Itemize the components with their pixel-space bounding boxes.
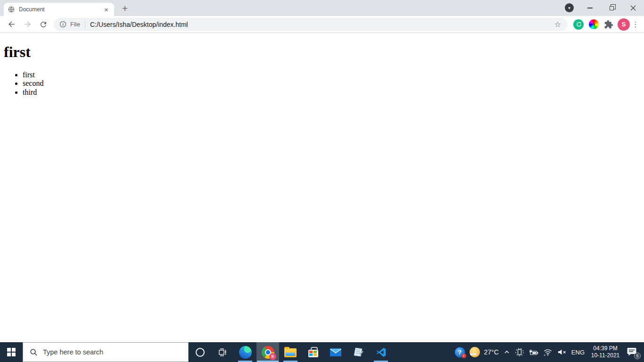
sync-extension-button[interactable]	[572, 18, 585, 31]
help-alert-badge: !	[462, 354, 466, 358]
weather-tray-item[interactable]	[470, 347, 480, 357]
search-input[interactable]	[43, 348, 161, 356]
window-controls	[579, 0, 644, 16]
new-tab-button[interactable]: +	[119, 2, 131, 15]
list-item: second	[23, 79, 640, 88]
puzzle-icon	[604, 20, 613, 29]
forward-button[interactable]	[20, 17, 35, 32]
notepad-icon	[353, 347, 363, 357]
taskbar-app-edge[interactable]	[234, 342, 256, 362]
page-content: first first second third	[0, 33, 644, 342]
wifi-tray-icon[interactable]	[543, 348, 553, 356]
taskbar-app-cortana[interactable]	[189, 342, 211, 362]
start-button[interactable]	[0, 342, 23, 362]
address-bar[interactable]: File C:/Users/Isha/Desktop/index.html ☆	[54, 18, 568, 31]
reload-button[interactable]	[36, 17, 51, 32]
tab-strip: Document × + ▾	[0, 0, 644, 16]
volume-muted-tray-icon[interactable]	[557, 348, 567, 356]
chevron-up-icon	[503, 348, 511, 356]
microsoft-store-icon	[308, 350, 318, 357]
mail-icon	[330, 347, 342, 357]
google-chrome-icon: S	[262, 346, 274, 359]
chevron-down-icon: ▾	[568, 6, 570, 10]
url-scheme-label: File	[70, 21, 80, 28]
taskbar-app-microsoft-store[interactable]	[302, 342, 324, 362]
microsoft-edge-icon	[239, 346, 252, 359]
window-minimize-button[interactable]	[579, 0, 601, 16]
taskbar-app-task-view[interactable]	[211, 342, 234, 362]
extensions-button[interactable]	[603, 18, 615, 31]
notification-count-badge: 5	[634, 353, 641, 359]
page-heading: first	[4, 43, 640, 61]
window-restore-button[interactable]	[601, 0, 622, 16]
time-label: 04:39 PM	[589, 345, 622, 352]
reload-icon	[39, 20, 48, 29]
cortana-icon	[196, 348, 205, 357]
bookmark-star-icon[interactable]: ☆	[553, 21, 562, 28]
tablet-sync-tray-icon[interactable]	[515, 347, 524, 357]
omnibox-divider	[85, 21, 85, 28]
browser-toolbar: File C:/Users/Isha/Desktop/index.html ☆ …	[0, 16, 644, 33]
tab-document[interactable]: Document ×	[4, 3, 114, 16]
taskbar-app-mail[interactable]	[324, 342, 347, 362]
system-tray: ? ! 27°C	[454, 342, 644, 362]
chrome-profile-badge: S	[269, 353, 276, 360]
file-explorer-icon	[284, 348, 297, 357]
taskbar: S ? ! 27°C	[0, 342, 644, 362]
arrow-forward-icon	[23, 20, 32, 29]
task-view-icon	[218, 347, 228, 357]
battery-charging-tray-icon[interactable]	[528, 347, 539, 357]
taskbar-app-file-explorer[interactable]	[279, 342, 302, 362]
browser-window: Document × + ▾	[0, 0, 644, 342]
list-item: third	[23, 88, 640, 97]
taskbar-app-notepad[interactable]	[347, 342, 370, 362]
taskbar-app-vscode[interactable]	[370, 342, 392, 362]
color-wheel-icon	[589, 19, 599, 29]
restore-icon	[610, 6, 614, 10]
globe-favicon-icon	[8, 6, 15, 13]
back-button[interactable]	[4, 17, 19, 32]
arrow-back-icon	[7, 20, 16, 29]
close-icon	[630, 5, 636, 11]
profile-avatar: S	[618, 18, 630, 31]
language-indicator[interactable]: ENG	[571, 349, 585, 356]
list-item: first	[23, 71, 640, 79]
windows-logo-icon	[7, 348, 16, 356]
browser-menu-button[interactable]: ⋮	[631, 20, 640, 29]
sun-cloud-weather-icon	[470, 347, 480, 357]
minimize-icon	[587, 8, 593, 8]
tab-search-button[interactable]: ▾	[565, 3, 574, 12]
hidden-icons-button[interactable]	[503, 348, 511, 356]
info-icon[interactable]	[59, 21, 66, 28]
get-help-tray-icon[interactable]: ? !	[454, 347, 465, 358]
temperature-label[interactable]: 27°C	[484, 348, 499, 356]
tab-title: Document	[19, 6, 102, 13]
vs-code-icon	[376, 347, 387, 358]
bullet-list: first second third	[4, 71, 640, 97]
url-text: C:/Users/Isha/Desktop/index.html	[90, 21, 553, 28]
date-label: 10-11-2021	[589, 352, 622, 359]
taskbar-app-chrome[interactable]: S	[256, 342, 279, 362]
taskbar-clock[interactable]: 04:39 PM 10-11-2021	[589, 345, 622, 359]
profile-button[interactable]: S	[618, 18, 630, 31]
search-icon	[30, 348, 38, 356]
action-center-button[interactable]: 5	[626, 346, 640, 358]
tab-close-icon[interactable]: ×	[102, 6, 110, 14]
sync-extension-icon	[573, 19, 584, 30]
taskbar-search[interactable]	[23, 342, 189, 362]
window-close-button[interactable]	[622, 0, 644, 16]
color-picker-extension-button[interactable]	[587, 18, 600, 31]
